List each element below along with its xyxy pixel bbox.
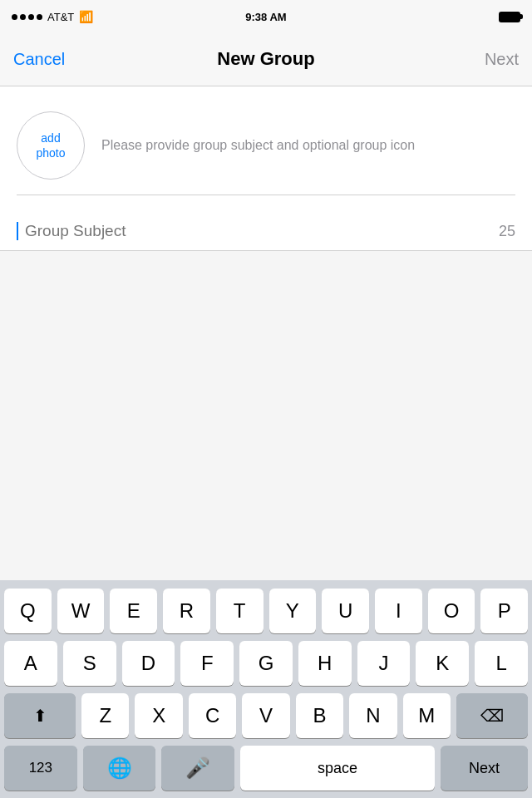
- key-u[interactable]: U: [322, 589, 369, 633]
- key-o[interactable]: O: [428, 589, 475, 633]
- subject-input-wrapper: [17, 222, 490, 240]
- keyboard-row-4: 123 🌐 🎤 space Next: [0, 746, 532, 791]
- page-title: New Group: [217, 48, 314, 70]
- wifi-icon: 📶: [79, 10, 93, 23]
- status-bar: AT&T 📶 9:38 AM: [0, 0, 532, 33]
- key-n[interactable]: N: [349, 693, 397, 738]
- mic-icon: 🎤: [185, 756, 210, 780]
- next-button[interactable]: Next: [485, 50, 519, 69]
- keyboard: Q W E R T Y U I O P A S D F G H J K L ⬆ …: [0, 580, 532, 798]
- keyboard-row-1: Q W E R T Y U I O P: [0, 589, 532, 633]
- space-key[interactable]: space: [240, 746, 435, 791]
- keyboard-row-3: ⬆ Z X C V B N M ⌫: [0, 693, 532, 738]
- key-w[interactable]: W: [57, 589, 105, 633]
- key-y[interactable]: Y: [269, 589, 317, 633]
- key-d[interactable]: D: [122, 641, 175, 686]
- subject-row: 25: [0, 212, 532, 251]
- key-q[interactable]: Q: [4, 589, 52, 633]
- add-photo-label: add photo: [36, 131, 65, 160]
- key-l[interactable]: L: [475, 641, 528, 686]
- status-right: [499, 12, 520, 22]
- delete-icon: ⌫: [480, 706, 504, 726]
- photo-row: add photo Please provide group subject a…: [17, 103, 515, 188]
- microphone-key[interactable]: 🎤: [161, 746, 234, 791]
- battery-icon: [499, 12, 520, 22]
- status-time: 9:38 AM: [245, 11, 286, 23]
- shift-icon: ⬆: [33, 706, 47, 726]
- key-b[interactable]: B: [296, 693, 343, 738]
- key-f[interactable]: F: [180, 641, 234, 686]
- cancel-button[interactable]: Cancel: [13, 50, 65, 69]
- status-left: AT&T 📶: [12, 10, 93, 23]
- group-subject-input[interactable]: [25, 222, 490, 240]
- key-i[interactable]: I: [375, 589, 422, 633]
- key-j[interactable]: J: [357, 641, 411, 686]
- delete-key[interactable]: ⌫: [456, 693, 528, 738]
- navigation-bar: Cancel New Group Next: [0, 33, 532, 86]
- key-m[interactable]: M: [403, 693, 451, 738]
- separator-top: [17, 195, 515, 195]
- add-photo-button[interactable]: add photo: [17, 111, 85, 180]
- key-s[interactable]: S: [63, 641, 116, 686]
- key-x[interactable]: X: [135, 693, 182, 738]
- key-g[interactable]: G: [239, 641, 293, 686]
- carrier-label: AT&T: [47, 11, 74, 23]
- signal-dots: [12, 14, 42, 20]
- key-t[interactable]: T: [216, 589, 264, 633]
- key-k[interactable]: K: [416, 641, 469, 686]
- keyboard-next-key[interactable]: Next: [441, 746, 528, 791]
- globe-key[interactable]: 🌐: [83, 746, 156, 791]
- number-key[interactable]: 123: [4, 746, 77, 791]
- key-r[interactable]: R: [163, 589, 210, 633]
- key-z[interactable]: Z: [81, 693, 129, 738]
- keyboard-row-2: A S D F G H J K L: [0, 641, 532, 686]
- globe-icon: 🌐: [107, 756, 132, 780]
- key-c[interactable]: C: [189, 693, 236, 738]
- signal-dot-4: [37, 14, 42, 20]
- key-p[interactable]: P: [480, 589, 528, 633]
- signal-dot-1: [12, 14, 17, 20]
- key-v[interactable]: V: [242, 693, 289, 738]
- key-a[interactable]: A: [4, 641, 57, 686]
- content-area: add photo Please provide group subject a…: [0, 86, 532, 212]
- group-description-text: Please provide group subject and optiona…: [101, 136, 415, 155]
- signal-dot-2: [20, 14, 26, 20]
- char-count-label: 25: [499, 223, 515, 240]
- signal-dot-3: [28, 14, 34, 20]
- key-e[interactable]: E: [110, 589, 157, 633]
- key-h[interactable]: H: [298, 641, 352, 686]
- shift-key[interactable]: ⬆: [4, 693, 76, 738]
